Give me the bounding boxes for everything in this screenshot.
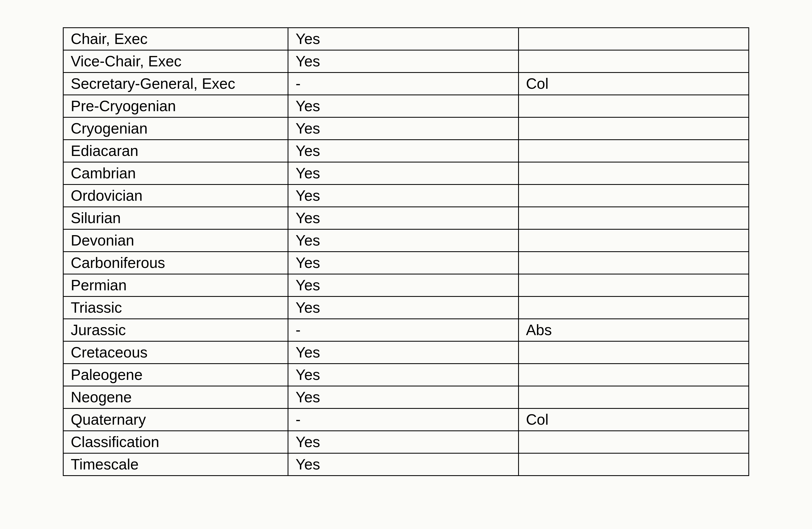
table-cell: Triassic [63, 297, 288, 319]
table-cell [518, 341, 749, 364]
table-row: Jurassic-Abs [63, 319, 749, 341]
table-cell: - [288, 73, 518, 95]
table-cell [518, 28, 749, 50]
table-cell: Yes [288, 95, 518, 117]
table-row: EdiacaranYes [63, 140, 749, 162]
table-cell: Yes [288, 453, 518, 476]
table-cell: Silurian [63, 207, 288, 230]
table-row: PaleogeneYes [63, 364, 749, 386]
table-row: CretaceousYes [63, 341, 749, 364]
table-cell [518, 95, 749, 117]
table-cell: Quaternary [63, 409, 288, 431]
table-cell: Yes [288, 28, 518, 50]
table-cell [518, 431, 749, 453]
table-cell: Yes [288, 50, 518, 73]
table-cell [518, 185, 749, 207]
attendance-table: Chair, ExecYesVice-Chair, ExecYesSecreta… [63, 27, 749, 476]
table-row: DevonianYes [63, 230, 749, 252]
table-cell [518, 297, 749, 319]
table-cell: Yes [288, 431, 518, 453]
table-cell: Yes [288, 230, 518, 252]
table-cell: Yes [288, 162, 518, 185]
table-row: Vice-Chair, ExecYes [63, 50, 749, 73]
table-row: TriassicYes [63, 297, 749, 319]
table-cell: Devonian [63, 230, 288, 252]
table-cell: Yes [288, 117, 518, 140]
table-row: NeogeneYes [63, 386, 749, 409]
table-cell [518, 140, 749, 162]
table-row: PermianYes [63, 274, 749, 297]
table-cell: Yes [288, 364, 518, 386]
table-cell [518, 274, 749, 297]
table-cell: Chair, Exec [63, 28, 288, 50]
table-cell: Yes [288, 386, 518, 409]
table-row: OrdovicianYes [63, 185, 749, 207]
table-row: ClassificationYes [63, 431, 749, 453]
table-cell: Col [518, 73, 749, 95]
table-cell [518, 207, 749, 230]
table-row: CarboniferousYes [63, 252, 749, 274]
table-cell [518, 386, 749, 409]
table-cell: Cretaceous [63, 341, 288, 364]
table-cell: Ediacaran [63, 140, 288, 162]
table-cell: Neogene [63, 386, 288, 409]
table-cell: Timescale [63, 453, 288, 476]
table-cell: Yes [288, 140, 518, 162]
table-cell [518, 162, 749, 185]
table-cell: Secretary-General, Exec [63, 73, 288, 95]
table-cell: Yes [288, 207, 518, 230]
table-cell: - [288, 319, 518, 341]
table-row: Pre-CryogenianYes [63, 95, 749, 117]
table-row: Quaternary-Col [63, 409, 749, 431]
table-cell [518, 252, 749, 274]
table-cell: Abs [518, 319, 749, 341]
table-row: TimescaleYes [63, 453, 749, 476]
table-cell: Yes [288, 297, 518, 319]
table-row: SilurianYes [63, 207, 749, 230]
table-cell: Yes [288, 341, 518, 364]
table-cell: Carboniferous [63, 252, 288, 274]
table-cell: Ordovician [63, 185, 288, 207]
table-cell: - [288, 409, 518, 431]
table-cell: Col [518, 409, 749, 431]
table-cell: Cryogenian [63, 117, 288, 140]
table-cell: Classification [63, 431, 288, 453]
table-cell [518, 453, 749, 476]
table-cell: Cambrian [63, 162, 288, 185]
table-cell: Vice-Chair, Exec [63, 50, 288, 73]
table-cell: Yes [288, 252, 518, 274]
page: Chair, ExecYesVice-Chair, ExecYesSecreta… [0, 0, 812, 529]
table-cell [518, 117, 749, 140]
table-cell [518, 230, 749, 252]
table-cell: Yes [288, 185, 518, 207]
table-row: CambrianYes [63, 162, 749, 185]
table-cell: Permian [63, 274, 288, 297]
table-row: Chair, ExecYes [63, 28, 749, 50]
table-cell: Pre-Cryogenian [63, 95, 288, 117]
table-cell [518, 50, 749, 73]
table-row: Secretary-General, Exec-Col [63, 73, 749, 95]
table-cell: Paleogene [63, 364, 288, 386]
table-cell: Jurassic [63, 319, 288, 341]
table-cell [518, 364, 749, 386]
table-cell: Yes [288, 274, 518, 297]
table-row: CryogenianYes [63, 117, 749, 140]
